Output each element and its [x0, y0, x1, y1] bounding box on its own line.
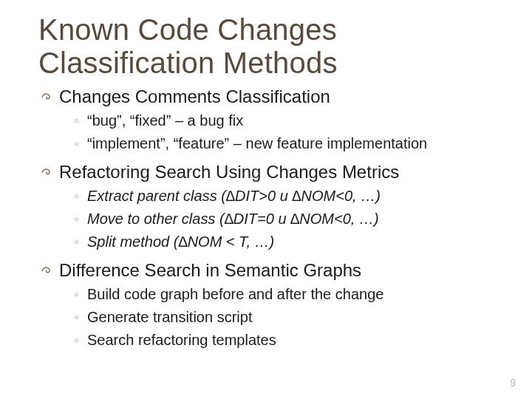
section-2-list: ◦ Build code graph before and after the …	[74, 283, 502, 352]
list-item: ◦ Build code graph before and after the …	[74, 283, 502, 306]
list-item: ◦ “implement”, “feature” – new feature i…	[74, 132, 502, 155]
section-1: Refactoring Search Using Changes Metrics…	[38, 161, 502, 253]
circle-bullet-icon: ◦	[74, 231, 87, 253]
section-1-item-0: Extract parent class (∆DIT>0 и ∆NOM<0, ……	[87, 185, 502, 208]
list-item: ◦ Search refactoring templates	[74, 329, 502, 352]
section-2-item-2: Search refactoring templates	[87, 329, 502, 352]
title-line-1: Known Code Changes	[38, 13, 337, 46]
slide: Known Code Changes Classification Method…	[0, 0, 532, 399]
swirl-bullet-icon	[38, 86, 55, 108]
title-line-2: Classification Methods	[38, 47, 338, 79]
section-1-heading: Refactoring Search Using Changes Metrics	[38, 161, 502, 183]
section-2-item-1: Generate transition script	[87, 306, 502, 329]
section-0-item-1: “implement”, “feature” – new feature imp…	[87, 132, 502, 155]
page-number: 9	[510, 377, 516, 389]
list-item: ◦ “bug”, “fixed” – a bug fix	[74, 109, 502, 132]
circle-bullet-icon: ◦	[74, 306, 87, 329]
section-1-list: ◦ Extract parent class (∆DIT>0 и ∆NOM<0,…	[74, 185, 502, 253]
circle-bullet-icon: ◦	[74, 109, 87, 132]
slide-title: Known Code Changes Classification Method…	[38, 13, 502, 80]
list-item: ◦ Split method (∆NOM < T, …)	[74, 231, 502, 253]
circle-bullet-icon: ◦	[74, 132, 87, 155]
circle-bullet-icon: ◦	[74, 185, 87, 208]
swirl-bullet-icon	[38, 161, 55, 183]
section-0-list: ◦ “bug”, “fixed” – a bug fix ◦ “implemen…	[74, 109, 502, 155]
list-item: ◦ Move to other class (∆DIT=0 и ∆NOM<0, …	[74, 208, 502, 231]
section-2: Difference Search in Semantic Graphs ◦ B…	[38, 259, 502, 352]
section-1-item-2: Split method (∆NOM < T, …)	[87, 231, 502, 253]
section-0: Changes Comments Classification ◦ “bug”,…	[38, 86, 502, 155]
circle-bullet-icon: ◦	[74, 329, 87, 352]
section-0-heading: Changes Comments Classification	[38, 86, 502, 108]
list-item: ◦ Extract parent class (∆DIT>0 и ∆NOM<0,…	[74, 185, 502, 208]
section-1-heading-text: Refactoring Search Using Changes Metrics	[59, 161, 399, 183]
section-2-heading: Difference Search in Semantic Graphs	[38, 259, 502, 282]
section-1-item-1: Move to other class (∆DIT=0 и ∆NOM<0, …)	[87, 208, 502, 231]
section-0-item-0: “bug”, “fixed” – a bug fix	[87, 109, 502, 132]
circle-bullet-icon: ◦	[74, 208, 87, 231]
circle-bullet-icon: ◦	[74, 283, 87, 306]
swirl-bullet-icon	[38, 259, 55, 282]
section-0-heading-text: Changes Comments Classification	[59, 86, 330, 108]
list-item: ◦ Generate transition script	[74, 306, 502, 329]
section-2-heading-text: Difference Search in Semantic Graphs	[59, 259, 361, 282]
section-2-item-0: Build code graph before and after the ch…	[87, 283, 502, 306]
